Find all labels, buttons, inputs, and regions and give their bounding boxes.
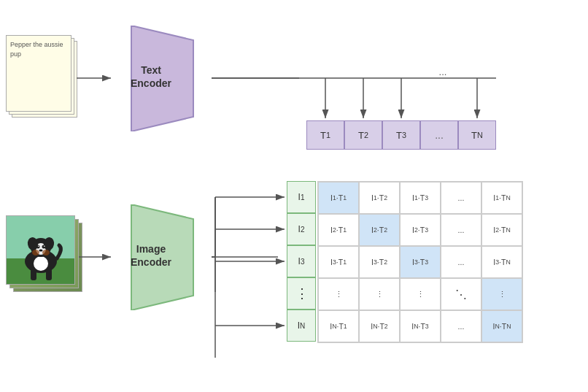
doc-text: Pepper the aussie pup	[10, 41, 63, 58]
svg-point-8	[36, 245, 40, 249]
cell-3-3: I3·T3	[400, 246, 441, 278]
token-t1: T1	[306, 120, 344, 150]
cell-2-1: I2·T1	[318, 214, 359, 246]
image-token-i2: I2	[287, 213, 316, 245]
svg-text:Text: Text	[141, 64, 161, 76]
cell-1-1: I1·T1	[318, 182, 359, 214]
img-page-front	[6, 215, 75, 285]
cell-2-3: I2·T3	[400, 214, 441, 246]
cell-5-5: IN·TN	[481, 310, 522, 342]
cell-1-2: I1·T2	[359, 182, 400, 214]
svg-point-16	[42, 250, 50, 255]
svg-text:...: ...	[439, 66, 447, 77]
similarity-matrix: I1·T1 I1·T2 I1·T3 ... I1·TN I2·T1 I2·T2 …	[317, 181, 523, 343]
cell-5-1: IN·T1	[318, 310, 359, 342]
cell-2-5: I2·TN	[481, 214, 522, 246]
cell-4-1: ⋮	[318, 278, 359, 310]
token-row: T1 T2 T3 ... TN	[306, 120, 496, 150]
token-ellipsis: ...	[420, 120, 458, 150]
cell-1-3: I1·T3	[400, 182, 441, 214]
cell-5-3: IN·T3	[400, 310, 441, 342]
image-token-i3: I3	[287, 245, 316, 277]
text-encoder-shape: Text Encoder	[113, 26, 212, 131]
cell-5-2: IN·T2	[359, 310, 400, 342]
svg-point-9	[42, 245, 46, 249]
image-token-column: I1 I2 I3 ⋮ IN	[287, 181, 316, 342]
svg-point-3	[34, 256, 48, 271]
cell-4-3: ⋮	[400, 278, 441, 310]
clip-diagram: Pepper the aussie pup	[0, 0, 588, 392]
cell-4-4: ⋱	[441, 278, 481, 310]
svg-text:Encoder: Encoder	[131, 256, 172, 268]
token-t2: T2	[344, 120, 382, 150]
cell-5-4: ...	[441, 310, 481, 342]
svg-point-11	[44, 246, 45, 247]
cell-1-4: ...	[441, 182, 481, 214]
cell-2-4: ...	[441, 214, 481, 246]
svg-point-12	[39, 250, 43, 252]
svg-point-10	[38, 246, 39, 247]
token-tn: TN	[458, 120, 496, 150]
cell-3-1: I3·T1	[318, 246, 359, 278]
text-document-stack: Pepper the aussie pup	[6, 35, 86, 123]
svg-rect-13	[31, 269, 36, 280]
image-token-in: IN	[287, 310, 316, 342]
svg-point-15	[32, 250, 39, 255]
cell-4-2: ⋮	[359, 278, 400, 310]
image-stack	[6, 215, 90, 299]
cell-3-5: I3·TN	[481, 246, 522, 278]
svg-text:Encoder: Encoder	[131, 77, 172, 89]
svg-text:Image: Image	[136, 243, 166, 255]
cell-4-5: ⋮	[481, 278, 522, 310]
cell-3-2: I3·T2	[359, 246, 400, 278]
image-encoder-shape: Image Encoder	[113, 204, 212, 310]
image-token-dots: ⋮	[287, 277, 316, 310]
doc-page-front: Pepper the aussie pup	[6, 35, 71, 112]
dog-image	[7, 216, 75, 285]
cell-1-5: I1·TN	[481, 182, 522, 214]
image-token-i1: I1	[287, 181, 316, 213]
token-t3: T3	[382, 120, 420, 150]
cell-3-4: ...	[441, 246, 481, 278]
svg-rect-14	[46, 269, 52, 280]
cell-2-2: I2·T2	[359, 214, 400, 246]
